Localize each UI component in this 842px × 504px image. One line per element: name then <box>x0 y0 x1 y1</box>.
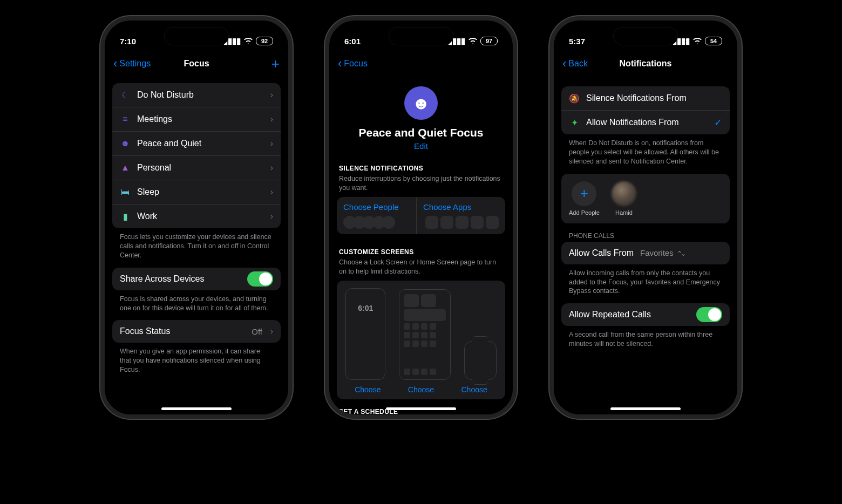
dynamic-island <box>389 27 453 45</box>
focus-title: Peace and Quiet Focus <box>337 126 505 139</box>
checkmark-seal-icon: ✦ <box>569 117 580 128</box>
home-indicator[interactable] <box>161 407 232 410</box>
add-people-button[interactable]: + <box>572 181 596 206</box>
people-placeholders <box>343 216 410 229</box>
add-people-label: Add People <box>569 209 600 216</box>
allow-calls-row[interactable]: Allow Calls From Favorites⌃⌄ <box>561 242 730 264</box>
chevron-right-icon: › <box>270 326 273 336</box>
list-icon: ≡ <box>120 114 131 125</box>
chevron-left-icon: ‹ <box>562 58 566 70</box>
focus-item-dnd[interactable]: ☾ Do Not Disturb › <box>112 83 281 107</box>
focus-item-work[interactable]: ▮ Work › <box>112 205 281 228</box>
phone-focus-detail: 6:01 ▮▮▮▮ 97 ‹ Focus ☻ Peace and Quiet F… <box>325 16 517 419</box>
bell-slash-icon: 🔕 <box>569 93 580 104</box>
focus-item-label: Sleep <box>137 187 159 197</box>
repeated-calls-toggle[interactable] <box>696 307 722 322</box>
focus-status-footer: When you give an app permission, it can … <box>112 343 281 374</box>
choose-apps-label: Choose Apps <box>423 202 499 212</box>
customize-screens-box: 6:01 Choose <box>337 281 505 399</box>
focus-item-label: Do Not Disturb <box>137 90 194 100</box>
wifi-icon <box>693 37 702 46</box>
badge-icon: ▮ <box>120 211 131 222</box>
battery-icon: 97 <box>480 37 498 45</box>
allow-calls-value: Favorites⌃⌄ <box>640 248 684 257</box>
nav-bar: ‹ Back Notifications <box>561 52 730 76</box>
battery-icon: 92 <box>256 37 273 45</box>
back-label: Back <box>568 59 588 69</box>
focus-big-icon: ☻ <box>404 86 438 120</box>
back-label: Focus <box>344 59 368 69</box>
choose-people-button[interactable]: Choose People <box>337 197 417 234</box>
lockscreen-preview[interactable]: 6:01 <box>345 288 385 380</box>
focus-item-label: Meetings <box>137 114 172 124</box>
homescreen-preview[interactable] <box>399 289 451 380</box>
choose-apps-button[interactable]: Choose Apps <box>417 197 505 234</box>
nav-bar: ‹ Settings Focus + <box>112 52 281 76</box>
phone-notifications: 5:37 ▮▮▮▮ 54 ‹ Back Notifications 🔕 <box>549 16 742 419</box>
back-button[interactable]: ‹ Back <box>562 58 588 70</box>
repeated-calls-footer: A second call from the same person withi… <box>561 326 730 349</box>
allow-calls-group: Allow Calls From Favorites⌃⌄ <box>561 242 730 264</box>
focus-item-personal[interactable]: ▲ Personal › <box>112 156 281 180</box>
focus-item-meetings[interactable]: ≡ Meetings › <box>112 107 281 132</box>
allowed-people-box: + Add People Hamid <box>561 174 730 223</box>
nav-title: Notifications <box>620 59 672 69</box>
chevron-right-icon: › <box>270 90 273 100</box>
focus-item-label: Personal <box>137 163 171 173</box>
add-focus-button[interactable]: + <box>271 56 280 72</box>
nav-bar: ‹ Focus <box>337 52 505 76</box>
person-icon: ▲ <box>120 162 131 173</box>
wifi-icon <box>468 37 477 46</box>
home-indicator[interactable] <box>386 407 456 410</box>
allow-calls-footer: Allow incoming calls from only the conta… <box>561 264 730 296</box>
allow-from-row[interactable]: ✦ Allow Notifications From ✓ <box>561 111 730 134</box>
choose-lockscreen-button[interactable]: Choose <box>355 385 381 394</box>
choose-homescreen-button[interactable]: Choose <box>408 385 434 394</box>
silence-from-row[interactable]: 🔕 Silence Notifications From <box>561 86 730 111</box>
chevron-right-icon: › <box>270 212 273 221</box>
focus-item-label: Peace and Quiet <box>137 139 201 148</box>
wifi-icon <box>244 37 253 46</box>
share-devices-label: Share Across Devices <box>120 274 205 284</box>
customize-section-sub: Choose a Lock Screen or Home Screen page… <box>337 256 505 281</box>
mode-footer: When Do Not Disturb is on, notifications… <box>561 134 730 166</box>
share-devices-toggle[interactable] <box>247 271 273 287</box>
dynamic-island <box>613 27 678 45</box>
updown-chevron-icon: ⌃⌄ <box>677 250 684 257</box>
focus-status-row[interactable]: Focus Status Off › <box>112 320 281 343</box>
customize-section-header: CUSTOMIZE SCREENS <box>337 248 505 256</box>
contact-avatar[interactable] <box>612 181 636 206</box>
focus-list: ☾ Do Not Disturb › ≡ Meetings › ☻ Peace … <box>112 83 281 228</box>
focus-item-peace-quiet[interactable]: ☻ Peace and Quiet › <box>112 132 281 156</box>
focus-list-footer: Focus lets you customize your devices an… <box>112 228 281 260</box>
back-button[interactable]: ‹ Focus <box>338 58 368 70</box>
share-devices-footer: Focus is shared across your devices, and… <box>112 290 281 313</box>
repeated-calls-label: Allow Repeated Calls <box>569 310 651 319</box>
choose-watch-button[interactable]: Choose <box>461 385 487 394</box>
back-label: Settings <box>119 59 151 69</box>
chevron-right-icon: › <box>270 163 273 173</box>
silence-section-sub: Reduce interruptions by choosing just th… <box>337 172 505 197</box>
smile-icon: ☻ <box>120 138 131 149</box>
home-indicator[interactable] <box>610 407 681 410</box>
choose-people-label: Choose People <box>343 202 410 212</box>
chevron-right-icon: › <box>270 187 273 197</box>
back-button[interactable]: ‹ Settings <box>113 58 151 70</box>
chevron-left-icon: ‹ <box>113 58 117 70</box>
chevron-right-icon: › <box>270 114 273 124</box>
chevron-right-icon: › <box>270 139 273 148</box>
lockscreen-time: 6:01 <box>358 304 373 312</box>
allow-from-label: Allow Notifications From <box>586 118 679 127</box>
bed-icon: 🛏 <box>120 187 131 197</box>
watch-preview[interactable] <box>464 314 497 380</box>
app-placeholders <box>423 216 499 229</box>
notification-mode-group: 🔕 Silence Notifications From ✦ Allow Not… <box>561 86 730 134</box>
edit-button[interactable]: Edit <box>337 141 505 151</box>
checkmark-icon: ✓ <box>714 117 722 128</box>
focus-item-sleep[interactable]: 🛏 Sleep › <box>112 180 281 205</box>
focus-status-value: Off <box>252 327 262 336</box>
allow-calls-label: Allow Calls From <box>569 248 634 258</box>
status-time: 7:10 <box>120 37 136 46</box>
dynamic-island <box>164 27 229 45</box>
focus-status-row-group: Focus Status Off › <box>112 320 281 343</box>
